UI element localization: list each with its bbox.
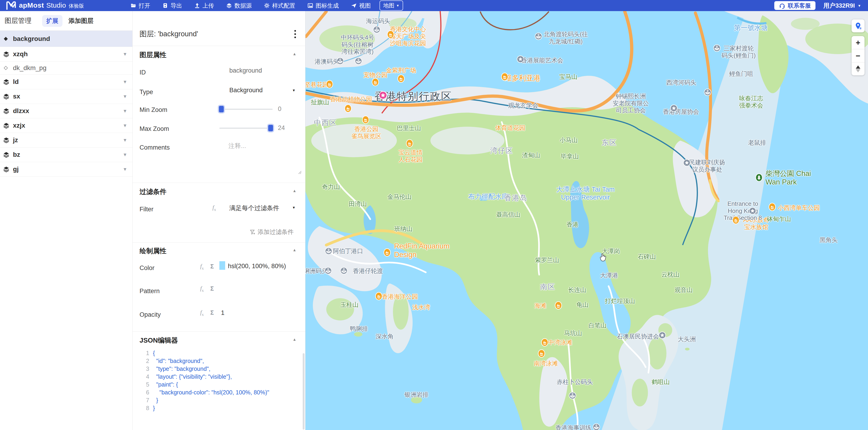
section-filter: 过滤条件 — [140, 187, 166, 197]
json-line[interactable]: 3 "type": "background", — [133, 365, 305, 373]
menu-item-open[interactable]: 打开 — [130, 2, 150, 9]
sidebar-layer-gj[interactable]: gj▼ — [0, 162, 132, 177]
json-code: "type": "background", — [153, 365, 210, 373]
comments-input[interactable] — [228, 142, 305, 176]
layers-icon — [3, 78, 13, 85]
contact-support-button[interactable]: 联系客服 — [774, 1, 815, 10]
sidebar-layer-background[interactable]: background — [0, 31, 132, 47]
menu-item-label: 导出 — [170, 2, 182, 9]
max-zoom-slider[interactable] — [219, 128, 273, 129]
line-number: 6 — [133, 388, 153, 396]
layer-caret-icon[interactable]: ▼ — [123, 167, 127, 172]
fx-icon[interactable]: fx — [200, 309, 204, 317]
kebab-menu-icon[interactable] — [294, 30, 296, 38]
menu-item-datasource[interactable]: 数据源 — [226, 2, 252, 9]
collapse-icon[interactable]: ▲ — [292, 337, 297, 342]
type-label: Type — [140, 89, 153, 96]
layer-list: backgroundxzqh▼dk_dkm_pgld▼sx▼dlzxx▼xzjx… — [0, 31, 132, 177]
resize-grip-icon[interactable] — [298, 170, 302, 175]
collapse-icon[interactable]: ▲ — [292, 189, 297, 193]
section-paint: 绘制属性 — [140, 246, 166, 256]
gear-icon — [264, 3, 270, 8]
min-zoom-label: Min Zoom — [140, 106, 167, 113]
menu-item-export[interactable]: 导出 — [162, 2, 182, 9]
map-dropdown-button[interactable]: 地图 ▼ — [379, 0, 403, 11]
layers-icon — [3, 137, 13, 143]
sidebar-layer-bz[interactable]: bz▼ — [0, 147, 132, 162]
sidebar-layer-xzqh[interactable]: xzqh▼ — [0, 47, 132, 62]
sigma-icon[interactable]: Σ — [210, 285, 214, 292]
sigma-icon[interactable]: Σ — [210, 263, 214, 270]
line-number: 2 — [133, 357, 153, 365]
user-menu[interactable]: 用户332R9I ▼ — [823, 2, 861, 10]
opacity-value[interactable]: 1 — [221, 309, 224, 317]
filter-select[interactable]: 满足每个过滤条件 — [229, 204, 279, 212]
json-editor[interactable]: 1{2 "id": "background",3 "type": "backgr… — [133, 349, 305, 412]
menu-item-icongen[interactable]: 图标生成 — [307, 2, 339, 9]
layer-caret-icon[interactable]: ▼ — [123, 52, 127, 57]
json-line[interactable]: 8} — [133, 404, 305, 412]
json-line[interactable]: 2 "id": "background", — [133, 357, 305, 365]
json-line[interactable]: 1{ — [133, 349, 305, 357]
json-line[interactable]: 5 "paint": { — [133, 381, 305, 388]
panel-title: 图层: 'background' — [140, 29, 198, 39]
menu-item-style[interactable]: 样式配置 — [264, 2, 295, 9]
json-line[interactable]: 6 "background-color": "hsl(200, 100%, 80… — [133, 388, 305, 396]
sidebar-layer-jz[interactable]: jz▼ — [0, 133, 132, 147]
layer-caret-icon[interactable]: ▼ — [123, 152, 127, 158]
fx-icon[interactable]: fx — [200, 263, 204, 271]
section-json-editor: JSON编辑器 — [140, 336, 178, 345]
layer-caret-icon[interactable]: ▼ — [123, 94, 127, 99]
sidebar-header: 图层管理 扩展 添加图层 — [0, 11, 132, 31]
fx-icon[interactable]: fx — [212, 204, 216, 212]
menu-item-upload[interactable]: 上传 — [194, 2, 214, 9]
locate-button[interactable] — [851, 20, 865, 32]
color-swatch[interactable] — [219, 261, 225, 270]
sidebar-layer-dlzxx[interactable]: dlzxx▼ — [0, 104, 132, 119]
json-line[interactable]: 4 "layout": {"visibility": "visible"}, — [133, 373, 305, 381]
sidebar-layer-sx[interactable]: sx▼ — [0, 89, 132, 104]
sidebar-layer-ld[interactable]: ld▼ — [0, 75, 132, 89]
sidebar-layer-xzjx[interactable]: xzjx▼ — [0, 119, 132, 133]
expand-button[interactable]: 扩展 — [42, 15, 62, 27]
fx-icon[interactable]: fx — [200, 285, 204, 293]
line-number: 4 — [133, 373, 153, 381]
map-canvas[interactable]: 海运码头中环码头4号 码头(往榕树 湾往索罟湾)香港文化中心 露天广场及尖 沙咀… — [306, 11, 868, 430]
menu-item-label: 数据源 — [235, 2, 252, 9]
sidebar-layer-dk_dkm_pg[interactable]: dk_dkm_pg — [0, 62, 132, 75]
layer-caret-icon[interactable]: ▼ — [123, 138, 127, 143]
type-select[interactable]: Background — [229, 87, 262, 94]
collapse-icon[interactable]: ▲ — [292, 52, 297, 57]
min-zoom-handle[interactable] — [219, 106, 224, 112]
min-zoom-slider[interactable] — [219, 109, 273, 110]
sigma-icon[interactable]: Σ — [210, 309, 214, 316]
layer-caret-icon[interactable]: ▼ — [123, 108, 127, 114]
main-menu: 打开导出上传数据源样式配置图标生成视图 — [130, 2, 371, 9]
contact-support-label: 联系客服 — [788, 2, 811, 9]
panel-scrollbar[interactable] — [303, 353, 305, 430]
filter-caret-icon[interactable]: ▼ — [292, 205, 296, 209]
layer-name: xzqh — [13, 51, 28, 58]
layer-caret-icon[interactable]: ▼ — [123, 79, 127, 85]
zoom-in-button[interactable]: + — [851, 36, 865, 49]
type-caret-icon[interactable]: ▼ — [292, 88, 296, 92]
layer-caret-icon[interactable]: ▼ — [123, 123, 127, 128]
color-value[interactable]: hsl(200, 100%, 80%) — [228, 263, 286, 270]
menu-item-view[interactable]: 视图 — [351, 2, 371, 9]
zoom-controls: + − — [851, 36, 865, 75]
json-line[interactable]: 7 } — [133, 396, 305, 404]
line-number: 1 — [133, 349, 153, 357]
collapse-icon[interactable]: ▲ — [292, 248, 297, 253]
layer-name: background — [13, 35, 50, 42]
location-pin-icon — [854, 22, 862, 30]
id-value[interactable]: background — [229, 67, 262, 74]
add-layer-button[interactable]: 添加图层 — [68, 16, 93, 25]
layer-name: bz — [13, 151, 20, 158]
image-icon — [307, 3, 313, 8]
layers-icon — [3, 151, 13, 158]
add-filter-button[interactable]: 添加过滤条件 — [250, 228, 293, 236]
tilt-control[interactable] — [851, 62, 865, 75]
json-code: "background-color": "hsl(200, 100%, 80%)… — [153, 388, 269, 396]
zoom-out-button[interactable]: − — [851, 49, 865, 62]
max-zoom-handle[interactable] — [268, 125, 273, 131]
